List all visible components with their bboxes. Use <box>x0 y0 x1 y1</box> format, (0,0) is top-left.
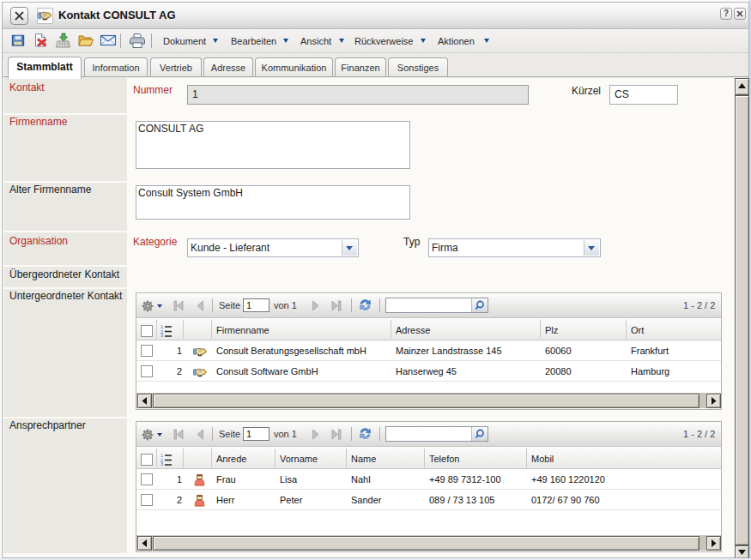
svg-text:3: 3 <box>160 333 163 337</box>
svg-text:3: 3 <box>160 461 163 466</box>
